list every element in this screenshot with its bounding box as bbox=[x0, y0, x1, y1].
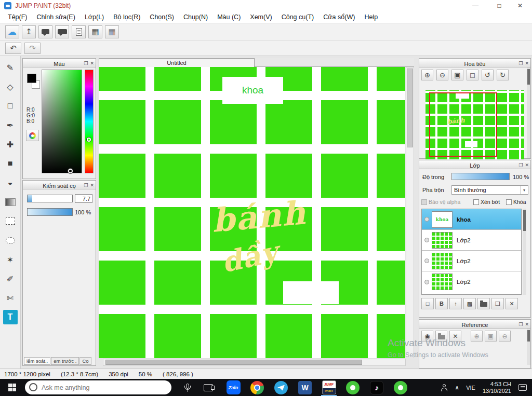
new-page-button[interactable] bbox=[72, 25, 86, 38]
menu-filter[interactable]: Bộ lọc(R) bbox=[109, 13, 145, 21]
tab-brush[interactable]: Cọ bbox=[79, 357, 91, 365]
menu-color[interactable]: Màu (C) bbox=[212, 13, 245, 21]
reference-fit-button[interactable]: ▣ bbox=[485, 331, 497, 342]
zoom-in-button[interactable]: ⊕ bbox=[421, 70, 433, 80]
blend-mode-select[interactable]: Bình thường ▾ bbox=[451, 185, 528, 195]
minimize-button[interactable]: — bbox=[467, 0, 484, 11]
canvas-tab-untitled[interactable]: Untitled bbox=[99, 58, 255, 67]
clipping-option[interactable]: Xén bớt bbox=[473, 199, 500, 205]
taskbar-chrome[interactable] bbox=[245, 379, 269, 396]
rotate-left-button[interactable]: ↺ bbox=[482, 70, 494, 80]
navigator-thumbnail[interactable]: bánh bbox=[425, 90, 524, 159]
alpha-protect-option[interactable]: Bảo vệ alpha bbox=[421, 199, 460, 205]
layer-visibility-dot[interactable] bbox=[424, 280, 429, 284]
layer-row-lop2-b[interactable]: Lớp2 bbox=[422, 251, 521, 271]
taskbar-green-app-1[interactable] bbox=[341, 379, 365, 396]
alpha-protect-checkbox[interactable] bbox=[421, 199, 427, 205]
fit-view-button[interactable]: ▣ bbox=[451, 70, 463, 80]
shape-tool[interactable]: □ bbox=[3, 99, 18, 113]
undo-button[interactable]: ↶ bbox=[5, 43, 21, 54]
menu-edit[interactable]: Chỉnh sửa(E) bbox=[32, 13, 80, 21]
clipping-checkbox[interactable] bbox=[473, 199, 479, 205]
reference-pick-button[interactable]: ◉ bbox=[421, 331, 433, 342]
canvas-surface[interactable]: khoa bánh dầy bbox=[99, 67, 405, 358]
maximize-button[interactable]: □ bbox=[490, 0, 508, 11]
layer-row-lop2-a[interactable]: Lớp2 bbox=[422, 230, 521, 251]
new-folder-button[interactable] bbox=[477, 298, 490, 309]
menu-view[interactable]: Xem(V) bbox=[245, 13, 276, 21]
publish-button[interactable]: ↥ bbox=[22, 25, 36, 38]
bucket-tool[interactable]: ◒ bbox=[3, 175, 18, 190]
layer-opacity-slider[interactable] bbox=[451, 173, 510, 180]
taskbar-jump-paint[interactable]: JUMP PAINT bbox=[317, 379, 341, 396]
task-view-button[interactable] bbox=[192, 379, 213, 396]
text-tool[interactable]: T bbox=[3, 310, 18, 324]
hue-marker[interactable] bbox=[87, 138, 91, 142]
menu-layer[interactable]: Lớp(L) bbox=[80, 13, 109, 21]
page-list-button[interactable]: ▦ bbox=[88, 25, 102, 38]
cortana-search[interactable] bbox=[25, 380, 171, 394]
people-icon[interactable] bbox=[441, 384, 448, 391]
hidden-icons-chevron[interactable]: ∧ bbox=[455, 385, 459, 390]
horizontal-scroll-thumb[interactable] bbox=[105, 360, 362, 365]
foreground-color-swatch[interactable] bbox=[27, 74, 36, 83]
reference-scroll-thumb[interactable] bbox=[527, 330, 530, 342]
pen-tool[interactable]: ✎ bbox=[3, 60, 18, 75]
panel-close-icon[interactable]: ✕ bbox=[525, 322, 529, 327]
taskbar-zalo[interactable]: Zalo bbox=[221, 379, 245, 396]
vertical-scroll-thumb[interactable] bbox=[407, 69, 413, 147]
clock[interactable]: 4:53 CH 13/10/2021 bbox=[483, 381, 511, 394]
close-button[interactable]: ✕ bbox=[511, 0, 529, 11]
taskbar-telegram[interactable] bbox=[269, 379, 293, 396]
navigator-view-rect[interactable] bbox=[429, 92, 497, 157]
layer-visibility-dot[interactable] bbox=[424, 217, 429, 222]
menu-window[interactable]: Cửa sổ(W) bbox=[318, 13, 360, 21]
start-button[interactable] bbox=[0, 379, 24, 396]
taskbar-green-app-2[interactable] bbox=[389, 379, 413, 396]
taskbar-tiktok[interactable]: ♪ bbox=[365, 379, 389, 396]
brush-opacity-slider[interactable] bbox=[27, 208, 73, 216]
zoom-out-button[interactable]: ⊖ bbox=[436, 70, 448, 80]
move-layer-up-button[interactable]: ↑ bbox=[449, 298, 462, 309]
actual-size-button[interactable]: ◻ bbox=[467, 70, 478, 80]
tab-brush-control[interactable]: iểm soát.. bbox=[24, 357, 50, 365]
sv-marker[interactable] bbox=[68, 169, 73, 173]
transparency-button[interactable]: ▩ bbox=[463, 298, 476, 309]
duplicate-layer-button[interactable]: ❏ bbox=[491, 298, 504, 309]
canvas-horizontal-scrollbar[interactable] bbox=[103, 359, 406, 366]
menu-file[interactable]: Tệp(F) bbox=[3, 13, 32, 21]
search-input[interactable] bbox=[42, 384, 161, 391]
brush-size-slider[interactable] bbox=[27, 195, 73, 202]
navigator-scrollbar[interactable] bbox=[527, 67, 530, 158]
cloud-button[interactable]: ☁ bbox=[5, 25, 19, 38]
popout-icon[interactable]: ❐ bbox=[518, 162, 523, 168]
comment-list-button[interactable] bbox=[55, 25, 69, 38]
menu-help[interactable]: Help bbox=[360, 13, 382, 21]
panel-close-icon[interactable]: ✕ bbox=[90, 61, 94, 66]
lock-option[interactable]: Khóa bbox=[506, 199, 526, 205]
lock-checkbox[interactable] bbox=[506, 199, 512, 205]
fill-shape-tool[interactable]: ■ bbox=[3, 156, 18, 171]
comic-panel-button[interactable]: ▦ bbox=[105, 25, 119, 38]
panel-close-icon[interactable]: ✕ bbox=[90, 183, 94, 188]
layer-visibility-dot[interactable] bbox=[424, 258, 429, 263]
palette-button[interactable] bbox=[26, 130, 39, 141]
select-rectangle-tool[interactable] bbox=[3, 214, 18, 228]
notification-center-icon[interactable] bbox=[518, 384, 527, 391]
hue-slider[interactable] bbox=[85, 70, 94, 173]
gradient-tool[interactable] bbox=[3, 195, 18, 209]
move-tool[interactable]: ✚ bbox=[3, 137, 18, 152]
reference-scrollbar[interactable] bbox=[527, 329, 530, 365]
reference-clear-button[interactable]: ✕ bbox=[449, 331, 461, 342]
popout-icon[interactable]: ❐ bbox=[518, 61, 523, 66]
popout-icon[interactable]: ❐ bbox=[84, 183, 88, 188]
reference-zoom-in-button[interactable]: ⊕ bbox=[471, 331, 483, 342]
menu-snap[interactable]: Chụp(N) bbox=[179, 13, 212, 21]
delete-layer-button[interactable]: ✕ bbox=[506, 298, 518, 309]
magic-wand-tool[interactable]: ✶ bbox=[3, 252, 18, 267]
lasso-tool[interactable] bbox=[3, 233, 18, 248]
add-8bit-layer-button[interactable]: B bbox=[435, 298, 448, 309]
layer-visibility-dot[interactable] bbox=[424, 238, 429, 242]
menu-select[interactable]: Chọn(S) bbox=[145, 13, 179, 21]
redo-button[interactable]: ↷ bbox=[24, 43, 41, 54]
